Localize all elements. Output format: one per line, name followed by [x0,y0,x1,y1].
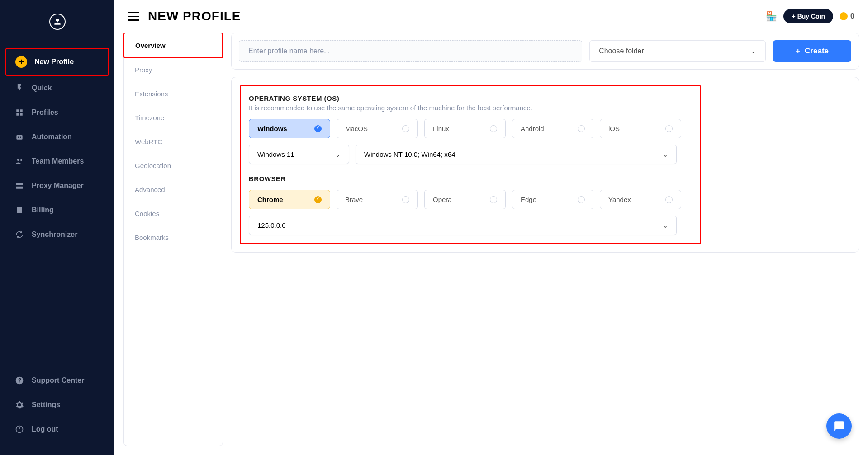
sidebar-item-label: Support Center [32,376,84,385]
coin-icon [840,12,848,20]
browser-options: Chrome Brave Opera Edge [249,190,692,209]
subnav-item-cookies[interactable]: Cookies [124,202,223,225]
subnav-item-bookmarks[interactable]: Bookmarks [124,225,223,249]
sidebar-item-label: Billing [32,206,54,214]
radio-icon [578,196,585,203]
svg-rect-4 [16,135,22,140]
option-label: Edge [521,196,536,203]
svg-rect-9 [16,183,23,185]
plus-icon: + [15,56,27,68]
browser-option-brave[interactable]: Brave [337,190,418,209]
option-label: Linux [433,125,449,132]
svg-rect-1 [20,109,23,112]
subnav-item-overview[interactable]: Overview [123,33,223,58]
browser-section-title: BROWSER [249,175,692,183]
sidebar-item-label: Team Members [32,157,84,165]
sidebar-item-team-members[interactable]: Team Members [5,149,109,174]
svg-point-7 [17,159,19,161]
sidebar-item-synchronizer[interactable]: Synchronizer [5,222,109,247]
profile-name-input[interactable] [239,40,582,62]
sidebar-item-label: Log out [32,425,58,433]
os-option-windows[interactable]: Windows [249,119,330,138]
plus-icon: + [792,13,795,20]
sidebar: + New Profile Quick Profiles Automation … [0,0,114,455]
subnav-item-proxy[interactable]: Proxy [124,58,223,82]
os-section-title: OPERATING SYSTEM (OS) [249,94,692,102]
os-option-macos[interactable]: MacOS [337,119,418,138]
os-option-android[interactable]: Android [512,119,593,138]
browser-option-yandex[interactable]: Yandex [600,190,681,209]
os-option-ios[interactable]: iOS [600,119,681,138]
grid-icon [14,108,24,117]
os-version-dropdown[interactable]: Windows 11 ⌄ [249,145,349,164]
folder-select-label: Choose folder [599,47,644,55]
radio-icon [490,196,497,203]
subnav-item-advanced[interactable]: Advanced [124,178,223,202]
sidebar-item-new-profile[interactable]: + New Profile [5,48,109,76]
os-useragent-dropdown[interactable]: Windows NT 10.0; Win64; x64 ⌄ [356,145,677,164]
subnav-item-timezone[interactable]: Timezone [124,106,223,130]
hamburger-icon[interactable] [128,12,139,21]
create-button[interactable]: + Create [773,40,851,62]
sidebar-item-support[interactable]: Support Center [5,368,109,393]
radio-icon [402,125,409,132]
sidebar-item-label: Automation [32,133,72,141]
folder-select[interactable]: Choose folder ⌄ [589,40,766,62]
users-icon [14,156,24,166]
store-icon[interactable]: 🏪 [766,11,777,22]
robot-icon [14,132,24,142]
support-icon [14,375,24,385]
sidebar-item-label: New Profile [34,58,74,66]
browser-version-dropdown[interactable]: 125.0.0.0 ⌄ [249,216,677,235]
option-label: Windows [257,125,287,132]
svg-rect-3 [20,113,23,116]
receipt-icon [14,205,24,215]
sidebar-item-label: Quick [32,84,52,92]
os-option-linux[interactable]: Linux [424,119,506,138]
settings-panel: OPERATING SYSTEM (OS) It is recommended … [231,77,859,253]
chat-fab[interactable] [826,413,852,439]
option-label: Chrome [257,196,283,203]
sidebar-item-logout[interactable]: Log out [5,417,109,441]
chevron-down-icon: ⌄ [751,47,756,55]
radio-icon [490,125,497,132]
dropdown-value: 125.0.0.0 [257,221,286,229]
chevron-down-icon: ⌄ [663,222,668,229]
sidebar-item-settings[interactable]: Settings [5,393,109,417]
dropdown-value: Windows 11 [257,150,294,158]
topbar: NEW PROFILE 🏪 + Buy Coin 0 [114,0,868,33]
option-label: MacOS [345,125,368,132]
os-options: Windows MacOS Linux Android [249,119,692,138]
sidebar-item-label: Synchronizer [32,230,77,239]
sidebar-item-automation[interactable]: Automation [5,125,109,149]
top-inputs: Choose folder ⌄ + Create [231,33,859,70]
sidebar-item-proxy-manager[interactable]: Proxy Manager [5,174,109,198]
browser-option-opera[interactable]: Opera [424,190,506,209]
sync-icon [14,230,24,239]
server-icon [14,181,24,191]
check-icon [314,125,322,132]
svg-point-5 [18,137,19,138]
buy-coin-button[interactable]: + Buy Coin [783,9,833,23]
subnav-item-geolocation[interactable]: Geolocation [124,154,223,178]
svg-point-6 [20,137,21,138]
sidebar-item-label: Settings [32,401,60,409]
chat-icon [833,420,845,432]
svg-rect-10 [16,187,23,189]
subnav-item-extensions[interactable]: Extensions [124,82,223,106]
sidebar-item-profiles[interactable]: Profiles [5,100,109,125]
chevron-down-icon: ⌄ [335,151,341,158]
browser-option-edge[interactable]: Edge [512,190,593,209]
avatar[interactable] [0,14,114,30]
create-label: Create [805,47,829,56]
main: NEW PROFILE 🏪 + Buy Coin 0 Overview Prox… [114,0,868,455]
gear-icon [14,400,24,410]
browser-option-chrome[interactable]: Chrome [249,190,330,209]
radio-icon [665,196,673,203]
option-label: iOS [608,125,620,132]
subnav-item-webrtc[interactable]: WebRTC [124,130,223,154]
sidebar-item-quick[interactable]: Quick [5,76,109,100]
plus-icon: + [796,47,800,56]
coin-count-value: 0 [850,12,854,20]
sidebar-item-billing[interactable]: Billing [5,198,109,222]
